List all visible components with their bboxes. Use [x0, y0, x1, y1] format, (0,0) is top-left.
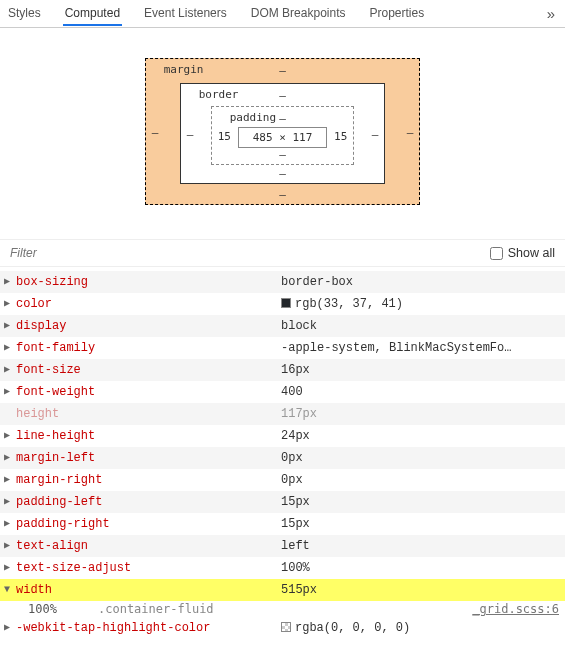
property-name: height	[16, 405, 281, 423]
computed-properties: ▶box-sizingborder-box▶colorrgb(33, 37, 4…	[0, 271, 565, 639]
padding-bottom[interactable]: –	[279, 148, 286, 161]
expand-right-icon[interactable]: ▶	[4, 317, 16, 335]
expand-right-icon[interactable]: ▶	[4, 559, 16, 577]
tab-dom-breakpoints[interactable]: DOM Breakpoints	[249, 1, 348, 26]
boxmodel-viewer: margin – – – – border – – – – padding – …	[0, 28, 565, 233]
property-name: font-family	[16, 339, 281, 357]
margin-right[interactable]: –	[407, 125, 414, 138]
property-value: 15px	[281, 515, 310, 533]
expand-down-icon[interactable]: ▼	[4, 581, 16, 599]
tab-computed[interactable]: Computed	[63, 1, 122, 26]
tabs-overflow-icon[interactable]: »	[543, 5, 559, 22]
property-value: 24px	[281, 427, 310, 445]
filter-input[interactable]	[10, 244, 490, 262]
property-row[interactable]: ▶padding-right15px	[0, 513, 565, 535]
tab-properties[interactable]: Properties	[367, 1, 426, 26]
property-row[interactable]: ▼width515px	[0, 579, 565, 601]
property-value: rgb(33, 37, 41)	[281, 295, 403, 313]
boxmodel-margin[interactable]: margin – – – – border – – – – padding – …	[145, 58, 421, 205]
border-label: border	[199, 88, 239, 101]
expand-right-icon[interactable]: ▶	[4, 515, 16, 533]
expand-right-icon[interactable]: ▶	[4, 383, 16, 401]
property-name: color	[16, 295, 281, 313]
property-row[interactable]: ▶font-size16px	[0, 359, 565, 381]
property-row[interactable]: ▶-webkit-tap-highlight-colorrgba(0, 0, 0…	[0, 617, 565, 639]
property-value: 15px	[281, 493, 310, 511]
expand-right-icon[interactable]: ▶	[4, 427, 16, 445]
color-swatch-icon[interactable]	[281, 298, 291, 308]
expand-right-icon[interactable]: ▶	[4, 537, 16, 555]
property-name: text-align	[16, 537, 281, 555]
border-left[interactable]: –	[187, 127, 194, 140]
padding-top[interactable]: –	[279, 112, 286, 125]
cascade-value: 100%	[28, 602, 98, 616]
property-value: 0px	[281, 471, 303, 489]
expand-right-icon[interactable]: ▶	[4, 493, 16, 511]
property-row[interactable]: height117px	[0, 403, 565, 425]
property-row[interactable]: ▶padding-left15px	[0, 491, 565, 513]
padding-right[interactable]: 15	[334, 129, 347, 142]
property-row[interactable]: ▶text-alignleft	[0, 535, 565, 557]
property-value: 100%	[281, 559, 310, 577]
show-all-checkbox[interactable]	[490, 247, 503, 260]
border-right[interactable]: –	[372, 127, 379, 140]
margin-top[interactable]: –	[279, 64, 286, 77]
padding-label: padding	[230, 111, 276, 124]
cascade-row[interactable]: 100%.container-fluid_grid.scss:6	[0, 601, 565, 617]
expand-right-icon[interactable]: ▶	[4, 273, 16, 291]
property-value: block	[281, 317, 317, 335]
property-value: left	[281, 537, 310, 555]
property-row[interactable]: ▶margin-left0px	[0, 447, 565, 469]
property-row[interactable]: ▶font-family-apple-system, BlinkMacSyste…	[0, 337, 565, 359]
tab-event-listeners[interactable]: Event Listeners	[142, 1, 229, 26]
property-name: font-size	[16, 361, 281, 379]
color-swatch-icon[interactable]	[281, 622, 291, 632]
property-name: font-weight	[16, 383, 281, 401]
expand-right-icon[interactable]: ▶	[4, 449, 16, 467]
property-row[interactable]: ▶font-weight400	[0, 381, 565, 403]
margin-left[interactable]: –	[152, 125, 159, 138]
property-name: padding-left	[16, 493, 281, 511]
property-value: 400	[281, 383, 303, 401]
boxmodel-padding[interactable]: padding – 15 – 15 485 × 117	[211, 106, 355, 165]
property-value: 515px	[281, 581, 317, 599]
expand-right-icon[interactable]: ▶	[4, 471, 16, 489]
property-value: 0px	[281, 449, 303, 467]
property-row[interactable]: ▶displayblock	[0, 315, 565, 337]
show-all-label: Show all	[508, 246, 555, 260]
expand-right-icon[interactable]: ▶	[4, 361, 16, 379]
property-name: line-height	[16, 427, 281, 445]
property-name: box-sizing	[16, 273, 281, 291]
property-row[interactable]: ▶line-height24px	[0, 425, 565, 447]
property-value: -apple-system, BlinkMacSystemFo…	[281, 339, 511, 357]
margin-label: margin	[164, 63, 204, 76]
property-name: padding-right	[16, 515, 281, 533]
property-row[interactable]: ▶margin-right0px	[0, 469, 565, 491]
expand-right-icon[interactable]: ▶	[4, 339, 16, 357]
boxmodel-content[interactable]: 485 × 117	[238, 127, 328, 148]
show-all-toggle[interactable]: Show all	[490, 246, 555, 260]
property-name: -webkit-tap-highlight-color	[16, 619, 281, 637]
border-bottom[interactable]: –	[279, 167, 286, 180]
property-name: margin-right	[16, 471, 281, 489]
expand-right-icon[interactable]: ▶	[4, 619, 16, 637]
property-row[interactable]: ▶text-size-adjust100%	[0, 557, 565, 579]
cascade-source-link[interactable]: _grid.scss:6	[472, 602, 559, 616]
tab-styles[interactable]: Styles	[6, 1, 43, 26]
property-name: display	[16, 317, 281, 335]
property-value: rgba(0, 0, 0, 0)	[281, 619, 410, 637]
property-value: border-box	[281, 273, 353, 291]
margin-bottom[interactable]: –	[279, 188, 286, 201]
property-row[interactable]: ▶colorrgb(33, 37, 41)	[0, 293, 565, 315]
boxmodel-border[interactable]: border – – – – padding – 15 – 15 485 × 1…	[180, 83, 386, 184]
property-name: margin-left	[16, 449, 281, 467]
expand-right-icon[interactable]: ▶	[4, 295, 16, 313]
property-row[interactable]: ▶box-sizingborder-box	[0, 271, 565, 293]
cascade-selector: .container-fluid	[98, 602, 472, 616]
devtools-tabs: Styles Computed Event Listeners DOM Brea…	[0, 0, 565, 28]
property-value: 117px	[281, 405, 317, 423]
padding-left[interactable]: 15	[218, 129, 231, 142]
property-value: 16px	[281, 361, 310, 379]
property-name: text-size-adjust	[16, 559, 281, 577]
border-top[interactable]: –	[279, 89, 286, 102]
